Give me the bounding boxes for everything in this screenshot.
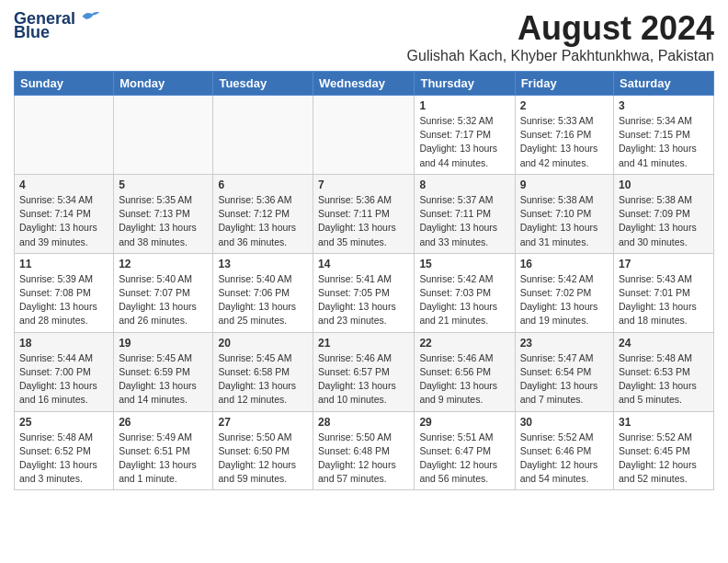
calendar-cell: 19Sunrise: 5:45 AM Sunset: 6:59 PM Dayli… bbox=[114, 332, 213, 411]
day-number: 1 bbox=[419, 99, 509, 112]
day-number: 30 bbox=[520, 416, 609, 429]
calendar-cell: 9Sunrise: 5:38 AM Sunset: 7:10 PM Daylig… bbox=[515, 174, 613, 253]
calendar-cell: 23Sunrise: 5:47 AM Sunset: 6:54 PM Dayli… bbox=[515, 332, 613, 411]
calendar-cell: 13Sunrise: 5:40 AM Sunset: 7:06 PM Dayli… bbox=[213, 253, 313, 332]
calendar-week-row: 25Sunrise: 5:48 AM Sunset: 6:52 PM Dayli… bbox=[15, 411, 714, 490]
calendar-cell bbox=[114, 96, 213, 175]
subtitle: Gulishah Kach, Khyber Pakhtunkhwa, Pakis… bbox=[407, 48, 714, 64]
calendar-cell: 22Sunrise: 5:46 AM Sunset: 6:56 PM Dayli… bbox=[415, 332, 515, 411]
day-info: Sunrise: 5:50 AM Sunset: 6:50 PM Dayligh… bbox=[218, 431, 308, 487]
day-number: 7 bbox=[318, 178, 409, 191]
calendar-cell: 18Sunrise: 5:44 AM Sunset: 7:00 PM Dayli… bbox=[15, 332, 114, 411]
logo: General Blue bbox=[14, 9, 101, 42]
day-number: 15 bbox=[419, 258, 509, 270]
day-number: 29 bbox=[419, 416, 509, 429]
calendar-cell: 1Sunrise: 5:32 AM Sunset: 7:17 PM Daylig… bbox=[415, 96, 515, 175]
calendar-cell bbox=[313, 96, 415, 175]
calendar-cell: 11Sunrise: 5:39 AM Sunset: 7:08 PM Dayli… bbox=[15, 253, 114, 332]
weekday-header-monday: Monday bbox=[114, 72, 213, 96]
day-number: 27 bbox=[218, 416, 308, 429]
weekday-header-wednesday: Wednesday bbox=[313, 72, 415, 96]
calendar-cell bbox=[15, 96, 114, 175]
day-info: Sunrise: 5:52 AM Sunset: 6:45 PM Dayligh… bbox=[619, 431, 709, 487]
calendar-cell: 15Sunrise: 5:42 AM Sunset: 7:03 PM Dayli… bbox=[415, 253, 515, 332]
logo-bird-icon bbox=[81, 9, 101, 24]
weekday-header-saturday: Saturday bbox=[614, 72, 714, 96]
calendar-table: SundayMondayTuesdayWednesdayThursdayFrid… bbox=[14, 71, 714, 490]
day-number: 17 bbox=[619, 258, 709, 270]
day-info: Sunrise: 5:52 AM Sunset: 6:46 PM Dayligh… bbox=[520, 431, 609, 487]
day-info: Sunrise: 5:49 AM Sunset: 6:51 PM Dayligh… bbox=[119, 431, 208, 487]
day-number: 10 bbox=[619, 178, 709, 191]
weekday-header-thursday: Thursday bbox=[415, 72, 515, 96]
day-info: Sunrise: 5:39 AM Sunset: 7:08 PM Dayligh… bbox=[19, 272, 108, 328]
day-info: Sunrise: 5:46 AM Sunset: 6:56 PM Dayligh… bbox=[419, 351, 509, 408]
calendar-cell: 2Sunrise: 5:33 AM Sunset: 7:16 PM Daylig… bbox=[515, 96, 613, 175]
main-title: August 2024 bbox=[407, 9, 714, 48]
day-number: 19 bbox=[119, 337, 208, 350]
day-number: 25 bbox=[19, 416, 108, 429]
calendar-cell: 26Sunrise: 5:49 AM Sunset: 6:51 PM Dayli… bbox=[114, 411, 213, 490]
day-info: Sunrise: 5:45 AM Sunset: 6:58 PM Dayligh… bbox=[218, 351, 308, 408]
calendar-cell: 20Sunrise: 5:45 AM Sunset: 6:58 PM Dayli… bbox=[213, 332, 313, 411]
day-info: Sunrise: 5:34 AM Sunset: 7:14 PM Dayligh… bbox=[19, 193, 108, 249]
weekday-header-tuesday: Tuesday bbox=[213, 72, 313, 96]
day-number: 3 bbox=[619, 99, 709, 112]
calendar-cell: 7Sunrise: 5:36 AM Sunset: 7:11 PM Daylig… bbox=[313, 174, 415, 253]
day-info: Sunrise: 5:43 AM Sunset: 7:01 PM Dayligh… bbox=[619, 272, 709, 328]
day-number: 11 bbox=[19, 258, 108, 270]
day-number: 14 bbox=[318, 258, 409, 270]
calendar-cell: 27Sunrise: 5:50 AM Sunset: 6:50 PM Dayli… bbox=[213, 411, 313, 490]
day-info: Sunrise: 5:45 AM Sunset: 6:59 PM Dayligh… bbox=[119, 351, 208, 408]
day-info: Sunrise: 5:38 AM Sunset: 7:09 PM Dayligh… bbox=[619, 193, 709, 249]
day-info: Sunrise: 5:34 AM Sunset: 7:15 PM Dayligh… bbox=[619, 114, 709, 170]
day-info: Sunrise: 5:44 AM Sunset: 7:00 PM Dayligh… bbox=[19, 351, 108, 408]
day-info: Sunrise: 5:33 AM Sunset: 7:16 PM Dayligh… bbox=[520, 114, 609, 170]
day-info: Sunrise: 5:47 AM Sunset: 6:54 PM Dayligh… bbox=[520, 351, 609, 408]
day-info: Sunrise: 5:40 AM Sunset: 7:07 PM Dayligh… bbox=[119, 272, 208, 328]
day-info: Sunrise: 5:37 AM Sunset: 7:11 PM Dayligh… bbox=[419, 193, 509, 249]
calendar-week-row: 4Sunrise: 5:34 AM Sunset: 7:14 PM Daylig… bbox=[15, 174, 714, 253]
day-number: 24 bbox=[619, 337, 709, 350]
day-info: Sunrise: 5:42 AM Sunset: 7:03 PM Dayligh… bbox=[419, 272, 509, 328]
calendar-cell bbox=[213, 96, 313, 175]
calendar-week-row: 18Sunrise: 5:44 AM Sunset: 7:00 PM Dayli… bbox=[15, 332, 714, 411]
calendar-cell: 5Sunrise: 5:35 AM Sunset: 7:13 PM Daylig… bbox=[114, 174, 213, 253]
day-info: Sunrise: 5:38 AM Sunset: 7:10 PM Dayligh… bbox=[520, 193, 609, 249]
day-info: Sunrise: 5:48 AM Sunset: 6:52 PM Dayligh… bbox=[19, 431, 108, 487]
day-info: Sunrise: 5:41 AM Sunset: 7:05 PM Dayligh… bbox=[318, 272, 409, 328]
day-number: 12 bbox=[119, 258, 208, 270]
day-number: 31 bbox=[619, 416, 709, 429]
day-info: Sunrise: 5:42 AM Sunset: 7:02 PM Dayligh… bbox=[520, 272, 609, 328]
calendar-cell: 17Sunrise: 5:43 AM Sunset: 7:01 PM Dayli… bbox=[614, 253, 714, 332]
calendar-cell: 4Sunrise: 5:34 AM Sunset: 7:14 PM Daylig… bbox=[15, 174, 114, 253]
day-number: 21 bbox=[318, 337, 409, 350]
calendar-cell: 31Sunrise: 5:52 AM Sunset: 6:45 PM Dayli… bbox=[614, 411, 714, 490]
day-number: 5 bbox=[119, 178, 208, 191]
day-info: Sunrise: 5:32 AM Sunset: 7:17 PM Dayligh… bbox=[419, 114, 509, 170]
day-info: Sunrise: 5:35 AM Sunset: 7:13 PM Dayligh… bbox=[119, 193, 208, 249]
calendar-cell: 25Sunrise: 5:48 AM Sunset: 6:52 PM Dayli… bbox=[15, 411, 114, 490]
day-number: 6 bbox=[218, 178, 308, 191]
day-number: 8 bbox=[419, 178, 509, 191]
day-number: 26 bbox=[119, 416, 208, 429]
calendar-cell: 8Sunrise: 5:37 AM Sunset: 7:11 PM Daylig… bbox=[415, 174, 515, 253]
calendar-week-row: 11Sunrise: 5:39 AM Sunset: 7:08 PM Dayli… bbox=[15, 253, 714, 332]
day-info: Sunrise: 5:46 AM Sunset: 6:57 PM Dayligh… bbox=[318, 351, 409, 408]
day-number: 2 bbox=[520, 99, 609, 112]
day-number: 23 bbox=[520, 337, 609, 350]
day-info: Sunrise: 5:36 AM Sunset: 7:12 PM Dayligh… bbox=[218, 193, 308, 249]
day-number: 28 bbox=[318, 416, 409, 429]
calendar-cell: 24Sunrise: 5:48 AM Sunset: 6:53 PM Dayli… bbox=[614, 332, 714, 411]
day-info: Sunrise: 5:36 AM Sunset: 7:11 PM Dayligh… bbox=[318, 193, 409, 249]
calendar-cell: 21Sunrise: 5:46 AM Sunset: 6:57 PM Dayli… bbox=[313, 332, 415, 411]
calendar-cell: 30Sunrise: 5:52 AM Sunset: 6:46 PM Dayli… bbox=[515, 411, 613, 490]
day-number: 4 bbox=[19, 178, 108, 191]
day-number: 20 bbox=[218, 337, 308, 350]
calendar-cell: 12Sunrise: 5:40 AM Sunset: 7:07 PM Dayli… bbox=[114, 253, 213, 332]
calendar-body: 1Sunrise: 5:32 AM Sunset: 7:17 PM Daylig… bbox=[15, 96, 714, 490]
day-info: Sunrise: 5:51 AM Sunset: 6:47 PM Dayligh… bbox=[419, 431, 509, 487]
calendar-week-row: 1Sunrise: 5:32 AM Sunset: 7:17 PM Daylig… bbox=[15, 96, 714, 175]
calendar-cell: 28Sunrise: 5:50 AM Sunset: 6:48 PM Dayli… bbox=[313, 411, 415, 490]
day-number: 22 bbox=[419, 337, 509, 350]
